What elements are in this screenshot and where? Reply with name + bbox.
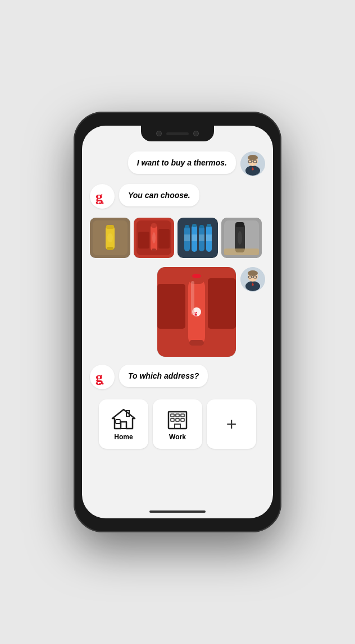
bot-message-row-2: g To which address? [90,365,265,389]
svg-rect-71 [121,422,126,429]
home-indicator [149,510,206,513]
product-black[interactable] [221,218,262,258]
bot-bubble-2: To which address? [119,365,208,387]
add-icon: + [226,414,237,435]
home-label: Home [114,433,133,441]
svg-rect-17 [107,247,113,250]
svg-point-60 [248,270,258,276]
svg-marker-70 [112,410,135,429]
product-grid [90,217,265,259]
address-options-row: Home [90,397,265,451]
speaker [166,132,189,135]
svg-point-18 [107,233,113,242]
phone-frame: I want to buy a thermos. [74,112,281,532]
user-message-row: I want to buy a thermos. [90,151,265,176]
svg-rect-38 [199,234,204,241]
svg-rect-49 [208,278,236,329]
svg-rect-76 [176,414,179,417]
user-avatar-2 [240,267,265,292]
selected-product-image: g [157,267,236,357]
svg-point-24 [152,232,156,243]
chat-area: I want to buy a thermos. [82,146,273,505]
g-logo-svg: g [92,186,113,207]
user-avatar [240,151,265,176]
work-label: Work [169,433,186,441]
product-yellow[interactable] [90,218,130,258]
svg-rect-27 [178,218,218,258]
svg-text:g: g [95,369,103,385]
address-work-card[interactable]: Work [153,399,202,449]
svg-rect-78 [171,418,174,421]
svg-rect-39 [206,234,212,241]
svg-rect-43 [235,222,244,227]
address-add-card[interactable]: + [207,399,256,449]
bot-response-1-text: You can choose. [128,191,190,200]
svg-rect-79 [176,418,179,421]
svg-point-3 [248,155,258,160]
svg-point-69 [102,383,104,385]
product-blue[interactable] [178,218,218,258]
svg-point-52 [192,274,201,278]
product-red[interactable] [134,218,174,258]
bot-avatar-1: g [90,184,115,209]
svg-rect-23 [152,249,156,251]
svg-point-67 [97,383,98,385]
svg-text:g: g [95,188,103,205]
phone-screen: I want to buy a thermos. [82,126,273,518]
svg-rect-80 [181,418,184,421]
selected-product-row: g [90,267,265,357]
svg-rect-35 [207,224,211,227]
svg-rect-31 [192,224,197,227]
svg-point-45 [238,231,242,245]
work-icon [165,407,190,430]
svg-rect-36 [184,234,190,241]
svg-rect-72 [116,420,120,424]
svg-point-11 [99,203,101,204]
svg-rect-46 [224,249,259,255]
home-bar [82,505,273,518]
svg-rect-48 [157,284,185,329]
svg-point-12 [102,203,104,204]
address-home-card[interactable]: Home [99,399,148,449]
home-icon [111,407,136,430]
svg-rect-16 [106,225,114,229]
svg-rect-29 [185,225,189,228]
svg-text:g: g [194,310,197,316]
phone-notch [141,126,214,141]
svg-rect-22 [151,223,157,228]
svg-rect-25 [138,232,149,249]
svg-rect-77 [181,414,184,417]
svg-rect-56 [189,340,204,346]
svg-rect-37 [192,234,197,241]
svg-rect-75 [171,414,174,417]
bot-response-2-text: To which address? [128,371,199,380]
bot-bubble-1: You can choose. [119,184,199,206]
user-message-text: I want to buy a thermos. [137,158,227,167]
camera [156,131,162,136]
svg-point-10 [97,203,98,204]
svg-point-68 [99,383,101,385]
svg-rect-33 [199,225,204,228]
user-message-bubble: I want to buy a thermos. [128,151,236,174]
bot-avatar-2: g [90,365,115,389]
camera2 [193,131,199,136]
avatar-svg [240,151,265,176]
bot-message-row-1: g You can choose. [90,184,265,209]
svg-rect-26 [158,229,170,249]
svg-rect-55 [191,281,194,315]
